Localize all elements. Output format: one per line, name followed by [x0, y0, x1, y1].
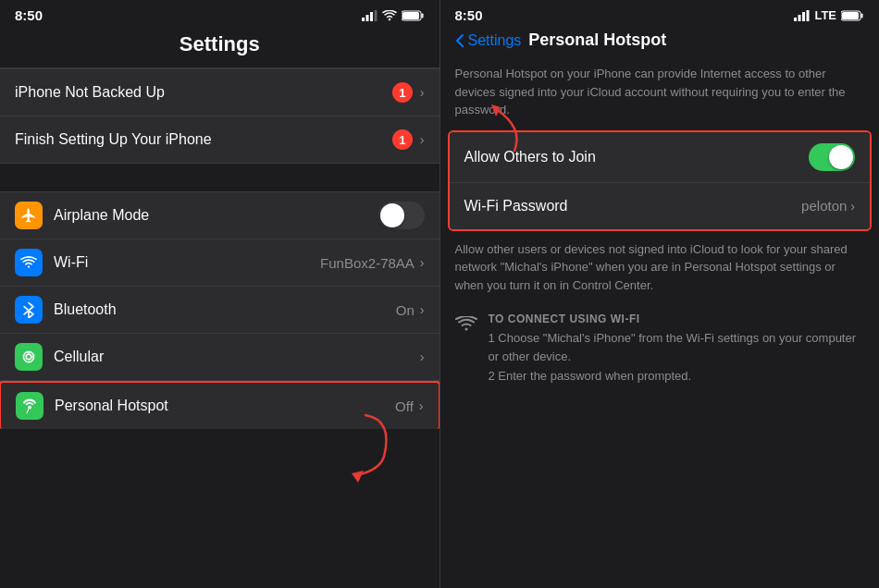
svg-rect-13	[794, 18, 797, 21]
connect-title: TO CONNECT USING WI-FI	[489, 312, 865, 325]
wifi-value: FunBox2-78AA	[320, 255, 415, 271]
bluetooth-left: Bluetooth	[15, 296, 117, 324]
battery-icon	[402, 10, 425, 21]
wifi-status-icon	[382, 10, 397, 21]
hotspot-note: Allow other users or devices not signed …	[440, 231, 880, 304]
lte-label: LTE	[814, 8, 836, 22]
finish-setup-chevron: ›	[420, 132, 425, 147]
right-time: 8:50	[455, 7, 483, 23]
hotspot-chevron: ›	[419, 398, 424, 413]
wifi-label: Wi-Fi	[54, 254, 88, 271]
bluetooth-chevron: ›	[420, 302, 425, 317]
wifi-chevron: ›	[420, 255, 425, 270]
svg-rect-0	[362, 18, 365, 21]
bluetooth-icon-bg	[15, 296, 43, 324]
signal-icon	[362, 10, 378, 21]
cellular-row[interactable]: Cellular ›	[0, 334, 440, 381]
cellular-icon-bg	[15, 343, 43, 371]
airplane-mode-toggle-knob	[380, 203, 404, 227]
airplane-mode-toggle[interactable]	[378, 202, 425, 229]
svg-rect-2	[370, 12, 373, 21]
cellular-left: Cellular	[15, 343, 104, 371]
svg-rect-16	[807, 10, 810, 21]
bluetooth-icon	[22, 301, 35, 318]
arrow-decoration	[291, 410, 402, 484]
back-button[interactable]: Settings	[455, 32, 522, 49]
left-time: 8:50	[15, 7, 43, 23]
wifi-password-value: peloton	[801, 198, 847, 214]
airplane-mode-label: Airplane Mode	[54, 207, 149, 224]
back-label: Settings	[468, 32, 522, 49]
back-icon	[455, 33, 464, 48]
wifi-icon-bg	[15, 249, 43, 276]
wifi-large-icon	[455, 316, 477, 333]
airplane-icon	[20, 207, 37, 224]
bluetooth-right: On ›	[396, 302, 425, 318]
svg-rect-6	[402, 12, 419, 19]
section-gap-1	[0, 164, 440, 191]
airplane-mode-icon-bg	[15, 202, 43, 229]
iphone-backup-row[interactable]: iPhone Not Backed Up 1 ›	[0, 68, 440, 116]
cellular-label: Cellular	[54, 349, 104, 365]
bottom-area	[0, 429, 440, 588]
svg-rect-1	[365, 15, 368, 21]
connect-step-1: 1 Choose "Michal's iPhone" from the Wi-F…	[489, 329, 865, 365]
finish-setup-label: Finish Setting Up Your iPhone	[15, 131, 212, 148]
svg-rect-18	[861, 13, 863, 18]
left-panel: 8:50 Settings	[0, 0, 440, 588]
main-settings-section: Airplane Mode Wi-Fi FunBo	[0, 191, 440, 429]
svg-rect-3	[374, 10, 377, 21]
wifi-password-row[interactable]: Wi-Fi Password peloton ›	[450, 183, 871, 229]
hotspot-label: Personal Hotspot	[55, 398, 168, 414]
wifi-right: FunBox2-78AA ›	[320, 255, 424, 271]
wifi-left: Wi-Fi	[15, 249, 88, 276]
right-panel: 8:50 LTE Settings Personal Hotspot	[440, 0, 880, 588]
svg-rect-15	[802, 12, 805, 21]
svg-rect-19	[842, 12, 859, 19]
iphone-backup-badge: 1	[392, 82, 413, 103]
bluetooth-value: On	[396, 302, 415, 318]
svg-rect-14	[799, 15, 801, 21]
svg-point-8	[26, 354, 31, 360]
right-nav: Settings Personal Hotspot	[440, 27, 880, 57]
connect-step-2: 2 Enter the password when prompted.	[489, 367, 865, 386]
hotspot-left: Personal Hotspot	[16, 392, 168, 420]
iphone-backup-label: iPhone Not Backed Up	[15, 84, 165, 101]
right-battery-icon	[841, 10, 864, 21]
wifi-icon	[20, 256, 37, 269]
right-page-title: Personal Hotspot	[528, 31, 666, 50]
cellular-right: ›	[420, 349, 425, 364]
notifications-section: iPhone Not Backed Up 1 › Finish Setting …	[0, 67, 440, 164]
left-status-bar: 8:50	[0, 0, 440, 27]
iphone-backup-right: 1 ›	[392, 82, 425, 103]
left-status-icons	[362, 10, 425, 21]
hotspot-icon	[21, 398, 38, 414]
hotspot-icon-bg	[16, 392, 43, 420]
connect-wifi-icon	[455, 314, 477, 338]
bluetooth-label: Bluetooth	[54, 301, 117, 318]
right-signal-icon	[794, 10, 810, 21]
airplane-mode-row[interactable]: Airplane Mode	[0, 192, 440, 239]
right-arrow-decoration	[440, 100, 533, 155]
bluetooth-row[interactable]: Bluetooth On ›	[0, 287, 440, 334]
settings-title: Settings	[0, 27, 440, 67]
svg-rect-5	[421, 13, 423, 18]
connect-section: TO CONNECT USING WI-FI 1 Choose "Michal'…	[440, 303, 880, 397]
wifi-password-right: peloton ›	[801, 198, 855, 214]
iphone-backup-chevron: ›	[420, 85, 425, 100]
svg-marker-12	[352, 471, 364, 483]
finish-setup-badge: 1	[392, 129, 413, 150]
airplane-mode-left: Airplane Mode	[15, 202, 149, 229]
finish-setup-right: 1 ›	[392, 129, 425, 150]
right-status-icons: LTE	[794, 8, 864, 22]
allow-join-toggle[interactable]	[809, 143, 855, 171]
finish-setup-row[interactable]: Finish Setting Up Your iPhone 1 ›	[0, 116, 440, 164]
wifi-password-label: Wi-Fi Password	[464, 198, 568, 214]
connect-text-block: TO CONNECT USING WI-FI 1 Choose "Michal'…	[489, 312, 865, 387]
cellular-chevron: ›	[420, 349, 425, 364]
svg-point-11	[28, 406, 31, 410]
wifi-row[interactable]: Wi-Fi FunBox2-78AA ›	[0, 239, 440, 287]
cellular-icon	[21, 349, 36, 364]
allow-join-knob	[829, 145, 853, 169]
right-status-bar: 8:50 LTE	[440, 0, 880, 27]
